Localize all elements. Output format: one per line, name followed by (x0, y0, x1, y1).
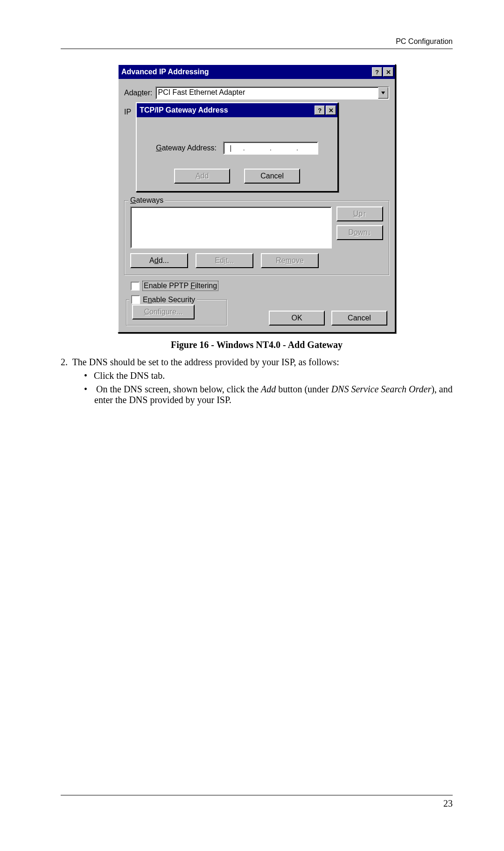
pptp-row[interactable]: Enable PPTP Filtering (131, 281, 389, 291)
bullet-item: On the DNS screen, shown below, click th… (94, 384, 453, 405)
titlebar-inner: TCP/IP Gateway Address ? ✕ (137, 103, 337, 117)
up-button[interactable]: Up↑ (336, 206, 383, 221)
figure-caption: Figure 16 - Windows NT4.0 - Add Gateway (61, 340, 453, 350)
adapter-value: PCI Fast Ethernet Adapter (156, 87, 378, 99)
title-outer: Advanced IP Addressing (121, 68, 371, 76)
titlebar-outer: Advanced IP Addressing ? ✕ (119, 65, 395, 79)
dialog-advanced-ip: Advanced IP Addressing ? ✕ Adapter: PCI … (118, 64, 396, 333)
pptp-label: Enable PPTP Filtering (142, 281, 218, 291)
gateways-group: Gateways Up↑ Down↓ Add... Edit... Remove (124, 200, 389, 275)
instruction-line: The DNS should be set to the address pro… (72, 357, 339, 367)
add-button[interactable]: Add (174, 169, 230, 184)
add-gateway-button[interactable]: Add... (130, 253, 188, 268)
chevron-down-icon[interactable] (378, 87, 388, 99)
gateways-legend: Gateways (128, 196, 165, 205)
edit-gateway-button[interactable]: Edit... (196, 253, 253, 268)
ok-button[interactable]: OK (269, 311, 325, 326)
document-text: 2. The DNS should be set to the address … (61, 357, 453, 405)
help-icon[interactable]: ? (315, 106, 325, 115)
configure-button[interactable]: Configure... (132, 305, 195, 319)
gateway-address-label: Gateway Address: (156, 144, 217, 152)
close-icon[interactable]: ✕ (383, 67, 393, 77)
cancel-button[interactable]: Cancel (331, 311, 387, 326)
bullet-item: Click the DNS tab. (94, 370, 453, 381)
security-group: Enable Security Configure... (126, 299, 227, 326)
page-header: PC Configuration (61, 37, 453, 49)
page-number: 23 (61, 795, 453, 809)
security-legend: Enable Security (129, 295, 197, 304)
ip-group-prefix: IP (124, 108, 131, 116)
remove-gateway-button[interactable]: Remove (261, 253, 319, 268)
adapter-combo[interactable]: PCI Fast Ethernet Adapter (155, 86, 390, 99)
pptp-checkbox[interactable] (131, 282, 140, 291)
security-checkbox[interactable] (131, 295, 140, 304)
list-number: 2. (61, 357, 68, 367)
title-inner: TCP/IP Gateway Address (140, 106, 314, 114)
gateway-address-input[interactable]: |. . . (223, 142, 318, 155)
cancel-button[interactable]: Cancel (244, 169, 300, 184)
gateways-list[interactable] (130, 206, 332, 248)
dialog-gateway-address: TCP/IP Gateway Address ? ✕ Gateway Addre… (136, 102, 338, 192)
figure-screenshot: Advanced IP Addressing ? ✕ Adapter: PCI … (61, 64, 453, 333)
down-button[interactable]: Down↓ (336, 225, 383, 240)
close-icon[interactable]: ✕ (326, 106, 336, 115)
help-icon[interactable]: ? (372, 67, 382, 77)
adapter-label: Adapter: (124, 89, 153, 97)
